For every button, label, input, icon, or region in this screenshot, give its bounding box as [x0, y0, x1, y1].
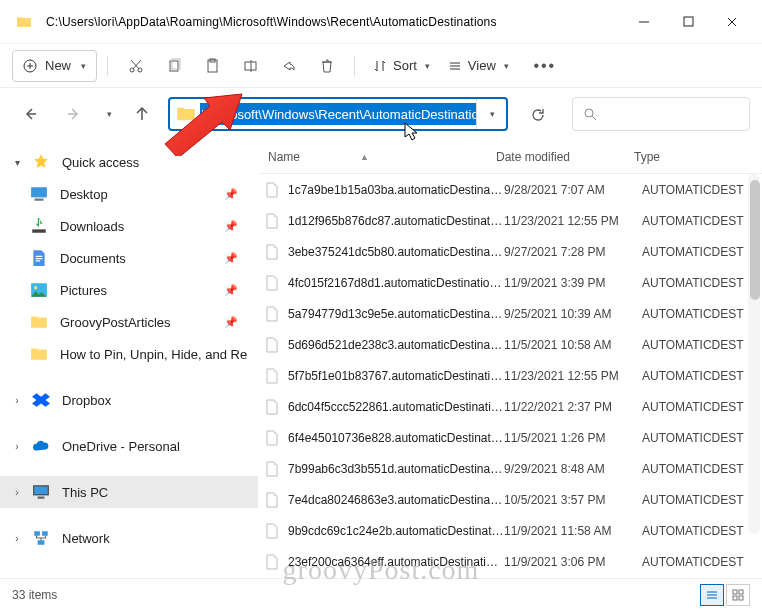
file-row[interactable]: 6dc04f5ccc522861.automaticDestination...…: [258, 391, 762, 422]
file-icon: [264, 523, 280, 539]
window-title: C:\Users\lori\AppData\Roaming\Microsoft\…: [46, 15, 622, 29]
arrow-up-icon: [134, 106, 150, 122]
chevron-down-icon: ▾: [81, 61, 86, 71]
address-text[interactable]: \Microsoft\Windows\Recent\AutomaticDesti…: [200, 103, 476, 125]
file-type: AUTOMATICDEST: [642, 524, 762, 538]
recent-dropdown[interactable]: ▾: [100, 96, 116, 132]
delete-button[interactable]: [308, 49, 344, 83]
view-button[interactable]: View ▾: [440, 50, 517, 82]
file-name: 1c7a9be1b15a03ba.automaticDestination...: [288, 183, 504, 197]
cut-button[interactable]: [118, 49, 154, 83]
network-icon: [32, 529, 50, 547]
new-button[interactable]: New ▾: [12, 50, 97, 82]
divider: [107, 56, 108, 76]
refresh-button[interactable]: [520, 97, 556, 131]
file-name: 5a794779d13c9e5e.automaticDestination...: [288, 307, 504, 321]
svg-rect-32: [38, 497, 45, 499]
address-dropdown[interactable]: ▾: [476, 99, 506, 129]
file-row[interactable]: 7b99ab6c3d3b551d.automaticDestination...…: [258, 453, 762, 484]
sidebar-item-dropbox[interactable]: › Dropbox: [0, 384, 258, 416]
file-row[interactable]: 7e4dca80246863e3.automaticDestination...…: [258, 484, 762, 515]
file-row[interactable]: 1d12f965b876dc87.automaticDestination...…: [258, 205, 762, 236]
svg-rect-34: [42, 531, 48, 536]
folder-icon: [30, 313, 48, 331]
cloud-icon: [32, 437, 50, 455]
close-button[interactable]: [710, 6, 754, 38]
svg-point-29: [34, 286, 37, 289]
toolbar: New ▾ Sort ▾ View ▾ •••: [0, 44, 762, 88]
forward-button[interactable]: [56, 96, 92, 132]
pin-icon: 📌: [224, 220, 238, 233]
file-date: 11/5/2021 10:58 AM: [504, 338, 642, 352]
column-type[interactable]: Type: [634, 150, 762, 164]
file-row[interactable]: 23ef200ca6364eff.automaticDestinations-.…: [258, 546, 762, 577]
file-date: 11/9/2021 11:58 AM: [504, 524, 642, 538]
address-bar[interactable]: \Microsoft\Windows\Recent\AutomaticDesti…: [168, 97, 508, 131]
refresh-icon: [531, 107, 546, 122]
file-row[interactable]: 5f7b5f1e01b83767.automaticDestinations..…: [258, 360, 762, 391]
file-date: 11/9/2021 3:39 PM: [504, 276, 642, 290]
sidebar-quick-access[interactable]: ▾ Quick access: [0, 146, 258, 178]
up-button[interactable]: [124, 96, 160, 132]
details-view-button[interactable]: [700, 584, 724, 606]
file-icon: [264, 430, 280, 446]
sidebar-item-label: OneDrive - Personal: [62, 439, 250, 454]
scrollbar-thumb[interactable]: [750, 180, 760, 300]
file-date: 9/29/2021 8:48 AM: [504, 462, 642, 476]
file-row[interactable]: 5a794779d13c9e5e.automaticDestination...…: [258, 298, 762, 329]
file-name: 6f4e45010736e828.automaticDestination...: [288, 431, 504, 445]
file-icon: [264, 182, 280, 198]
file-row[interactable]: 3ebe375241dc5b80.automaticDestination...…: [258, 236, 762, 267]
chevron-right-icon: ›: [8, 441, 26, 452]
file-row[interactable]: 1c7a9be1b15a03ba.automaticDestination...…: [258, 174, 762, 205]
rename-button[interactable]: [232, 49, 268, 83]
file-date: 9/25/2021 10:39 AM: [504, 307, 642, 321]
sidebar-item-downloads[interactable]: Downloads 📌: [0, 210, 258, 242]
arrow-left-icon: [22, 106, 38, 122]
file-row[interactable]: 6f4e45010736e828.automaticDestination...…: [258, 422, 762, 453]
trash-icon: [319, 58, 334, 73]
column-date[interactable]: Date modified: [496, 150, 634, 164]
folder-icon: [16, 14, 32, 30]
svg-rect-35: [38, 540, 45, 545]
sidebar-item-desktop[interactable]: Desktop 📌: [0, 178, 258, 210]
sidebar-item-folder[interactable]: How to Pin, Unpin, Hide, and Re: [0, 338, 258, 370]
copy-button[interactable]: [156, 49, 192, 83]
search-input[interactable]: [572, 97, 750, 131]
file-name: 6dc04f5ccc522861.automaticDestination...: [288, 400, 504, 414]
sidebar-item-pictures[interactable]: Pictures 📌: [0, 274, 258, 306]
paste-button[interactable]: [194, 49, 230, 83]
svg-rect-42: [739, 596, 743, 600]
sidebar-item-network[interactable]: › Network: [0, 522, 258, 554]
file-name: 23ef200ca6364eff.automaticDestinations-.…: [288, 555, 504, 569]
back-button[interactable]: [12, 96, 48, 132]
file-name: 7e4dca80246863e3.automaticDestination...: [288, 493, 504, 507]
desktop-icon: [30, 185, 48, 203]
column-name[interactable]: Name▲: [264, 150, 496, 164]
file-icon: [264, 275, 280, 291]
share-button[interactable]: [270, 49, 306, 83]
thumbnails-view-button[interactable]: [726, 584, 750, 606]
maximize-button[interactable]: [666, 6, 710, 38]
svg-rect-39: [733, 590, 737, 594]
sidebar-item-thispc[interactable]: › This PC: [0, 476, 258, 508]
file-name: 4fc015f2167d8d1.automaticDestinations-..…: [288, 276, 504, 290]
sort-icon: [373, 59, 387, 73]
minimize-button[interactable]: [622, 6, 666, 38]
file-row[interactable]: 4fc015f2167d8d1.automaticDestinations-..…: [258, 267, 762, 298]
sidebar-item-documents[interactable]: Documents 📌: [0, 242, 258, 274]
chevron-down-icon: ▾: [8, 157, 26, 168]
file-icon: [264, 337, 280, 353]
file-row[interactable]: 9b9cdc69c1c24e2b.automaticDestination...…: [258, 515, 762, 546]
svg-rect-1: [684, 17, 693, 26]
plus-circle-icon: [23, 59, 37, 73]
file-name: 7b99ab6c3d3b551d.automaticDestination...: [288, 462, 504, 476]
sidebar-item-onedrive[interactable]: › OneDrive - Personal: [0, 430, 258, 462]
sort-button[interactable]: Sort ▾: [365, 50, 438, 82]
more-button[interactable]: •••: [527, 49, 563, 83]
list-lines-icon: [706, 589, 718, 601]
documents-icon: [30, 249, 48, 267]
file-row[interactable]: 5d696d521de238c3.automaticDestination...…: [258, 329, 762, 360]
file-icon: [264, 399, 280, 415]
sidebar-item-folder[interactable]: GroovyPostArticles 📌: [0, 306, 258, 338]
